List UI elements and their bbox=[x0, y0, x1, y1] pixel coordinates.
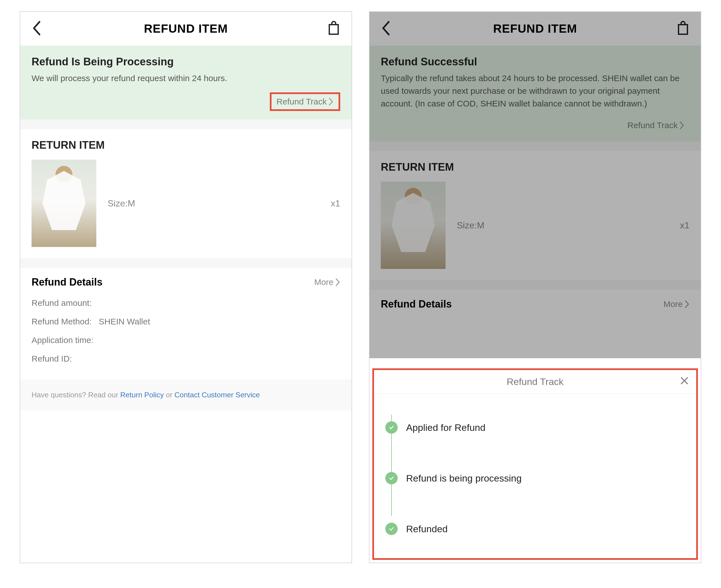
refund-details-section: Refund Details More bbox=[369, 290, 701, 316]
refund-track-link[interactable]: Refund Track bbox=[270, 92, 340, 111]
chevron-left-icon bbox=[381, 21, 390, 36]
shopping-bag-button[interactable] bbox=[327, 21, 340, 37]
more-label: More bbox=[663, 299, 683, 309]
product-qty: x1 bbox=[331, 198, 340, 209]
refund-details-section: Refund Details More Refund amount: Refun… bbox=[20, 268, 352, 411]
return-item-row[interactable]: Size:M x1 bbox=[31, 160, 340, 255]
chevron-right-icon bbox=[335, 278, 340, 286]
detail-refund-id: Refund ID: bbox=[20, 350, 352, 368]
track-step: Refunded bbox=[385, 504, 685, 554]
sheet-title: Refund Track bbox=[507, 376, 564, 387]
product-qty: x1 bbox=[680, 220, 690, 231]
step-label: Refunded bbox=[406, 524, 447, 534]
product-thumbnail bbox=[381, 182, 446, 269]
refund-details-heading: Refund Details bbox=[31, 276, 103, 288]
step-label: Refund is being processing bbox=[406, 473, 522, 484]
more-link[interactable]: More bbox=[663, 299, 690, 309]
product-size: Size:M bbox=[96, 198, 331, 209]
refund-details-heading: Refund Details bbox=[381, 298, 452, 310]
detail-refund-amount: Refund amount: bbox=[20, 294, 352, 312]
banner-description: Typically the refund takes about 24 hour… bbox=[381, 72, 690, 110]
chevron-left-icon bbox=[31, 21, 41, 36]
product-thumbnail bbox=[31, 160, 96, 247]
step-label: Applied for Refund bbox=[406, 422, 486, 433]
status-banner: Refund Successful Typically the refund t… bbox=[369, 46, 701, 141]
step-dot-icon bbox=[385, 472, 398, 484]
chevron-right-icon bbox=[328, 98, 334, 106]
back-button[interactable] bbox=[381, 21, 390, 37]
screen-right: REFUND ITEM Refund Successful Typically … bbox=[369, 11, 701, 563]
detail-refund-method: Refund Method: SHEIN Wallet bbox=[20, 312, 352, 331]
back-button[interactable] bbox=[31, 21, 41, 37]
refund-track-label: Refund Track bbox=[277, 97, 327, 106]
return-item-section: RETURN ITEM Size:M x1 bbox=[369, 151, 701, 280]
sheet-header: Refund Track bbox=[374, 370, 696, 394]
bag-icon bbox=[327, 21, 340, 36]
banner-description: We will process your refund request with… bbox=[31, 72, 340, 84]
refund-track-label: Refund Track bbox=[628, 121, 678, 130]
close-button[interactable] bbox=[680, 376, 689, 387]
bag-icon bbox=[677, 21, 690, 36]
screen-left: REFUND ITEM Refund Is Being Processing W… bbox=[20, 11, 352, 563]
step-dot-icon bbox=[385, 421, 398, 434]
step-dot-icon bbox=[385, 523, 398, 535]
return-item-section: RETURN ITEM Size:M x1 bbox=[20, 129, 352, 258]
help-footer: Have questions? Read our Return Policy o… bbox=[20, 379, 352, 411]
more-link[interactable]: More bbox=[314, 277, 340, 287]
status-banner: Refund Is Being Processing We will proce… bbox=[20, 46, 352, 120]
track-step: Refund is being processing bbox=[385, 453, 685, 504]
chevron-right-icon bbox=[684, 300, 690, 308]
refund-track-link[interactable]: Refund Track bbox=[622, 118, 690, 133]
detail-application-time: Application time: bbox=[20, 331, 352, 350]
return-item-heading: RETURN ITEM bbox=[31, 139, 340, 151]
chevron-right-icon bbox=[679, 121, 684, 129]
contact-cs-link[interactable]: Contact Customer Service bbox=[174, 391, 260, 399]
header: REFUND ITEM bbox=[20, 12, 352, 46]
return-item-heading: RETURN ITEM bbox=[381, 161, 690, 173]
banner-title: Refund Is Being Processing bbox=[31, 56, 340, 68]
page-title: REFUND ITEM bbox=[144, 22, 228, 36]
page-title: REFUND ITEM bbox=[493, 22, 577, 36]
close-icon bbox=[680, 376, 689, 385]
shopping-bag-button[interactable] bbox=[677, 21, 690, 37]
return-item-row[interactable]: Size:M x1 bbox=[381, 182, 690, 277]
banner-title: Refund Successful bbox=[381, 56, 690, 68]
return-policy-link[interactable]: Return Policy bbox=[120, 391, 164, 399]
more-label: More bbox=[314, 277, 334, 287]
track-step: Applied for Refund bbox=[385, 402, 685, 453]
product-size: Size:M bbox=[446, 220, 680, 231]
track-steps: Applied for Refund Refund is being proce… bbox=[374, 394, 696, 563]
header: REFUND ITEM bbox=[369, 12, 701, 46]
refund-track-sheet: Refund Track Applied for Refund bbox=[372, 368, 698, 560]
